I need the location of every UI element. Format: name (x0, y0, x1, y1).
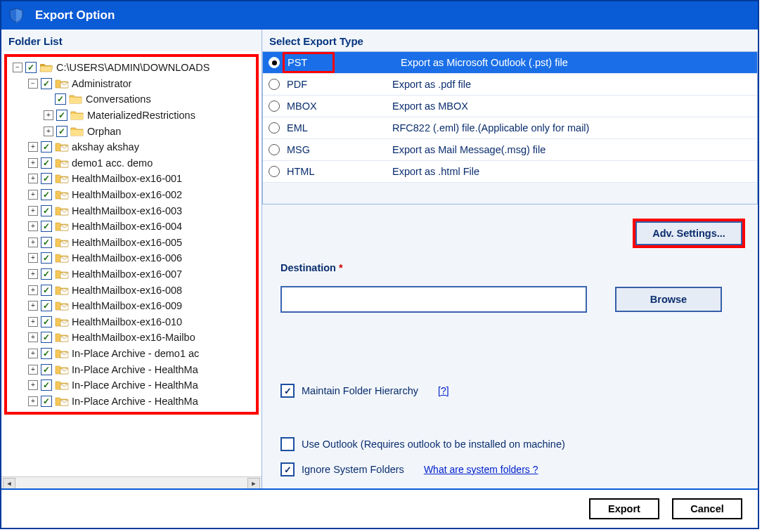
tree-item[interactable]: +akshay akshay (8, 139, 254, 155)
export-type-radio[interactable] (269, 166, 280, 177)
adv-settings-button[interactable]: Adv. Settings... (635, 221, 742, 245)
tree-item-checkbox[interactable] (25, 62, 37, 73)
expand-icon[interactable]: + (28, 142, 38, 152)
tree-item[interactable]: −Administrator (8, 76, 254, 92)
tree-item-checkbox[interactable] (56, 126, 67, 137)
tree-item-checkbox[interactable] (56, 110, 67, 121)
tree-item-checkbox[interactable] (41, 141, 52, 153)
export-type-row-eml[interactable]: EMLRFC822 (.eml) file.(Applicable only f… (263, 117, 757, 139)
tree-item-checkbox[interactable] (41, 205, 52, 216)
required-asterisk: * (339, 262, 343, 273)
tree-item[interactable]: +HealthMailbox-ex16-005 (8, 235, 254, 251)
tree-item[interactable]: +MaterializedRestrictions (8, 108, 254, 124)
tree-item-checkbox[interactable] (41, 268, 52, 280)
export-options-body: Adv. Settings... Destination * Browse Ma… (262, 205, 758, 480)
maintain-hierarchy-checkbox[interactable] (280, 384, 295, 398)
tree-item-checkbox[interactable] (41, 157, 52, 169)
ignore-system-checkbox[interactable] (280, 462, 295, 476)
expand-icon[interactable]: + (28, 174, 38, 183)
expand-icon[interactable]: + (28, 206, 38, 216)
expand-icon[interactable]: + (28, 396, 38, 406)
tree-item[interactable]: +In-Place Archive - HealthMa (8, 361, 254, 377)
browse-button[interactable]: Browse (615, 287, 722, 312)
export-type-row-pdf[interactable]: PDFExport as .pdf file (263, 74, 757, 96)
expand-icon[interactable]: + (28, 301, 38, 311)
tree-item[interactable]: Conversations (8, 91, 254, 108)
export-type-row-pst[interactable]: PSTExport as Microsoft Outlook (.pst) fi… (263, 52, 757, 74)
tree-item[interactable]: +HealthMailbox-ex16-009 (8, 298, 254, 314)
expand-icon[interactable]: + (44, 126, 53, 136)
tree-item[interactable]: +HealthMailbox-ex16-010 (8, 314, 254, 330)
expand-icon[interactable]: + (28, 349, 38, 358)
export-type-radio[interactable] (269, 79, 280, 90)
dialog-title: Export Option (35, 8, 115, 22)
export-type-row-mbox[interactable]: MBOXExport as MBOX (263, 96, 757, 117)
scroll-right-icon[interactable]: ► (247, 478, 260, 489)
tree-item-checkbox[interactable] (41, 364, 52, 375)
expand-icon[interactable]: + (28, 285, 38, 295)
tree-item-checkbox[interactable] (41, 252, 52, 264)
mailbox-icon (55, 379, 69, 391)
expand-icon[interactable]: + (28, 221, 38, 231)
expand-icon[interactable]: + (28, 158, 38, 168)
tree-item-checkbox[interactable] (41, 237, 52, 248)
tree-item-label: HealthMailbox-ex16-006 (72, 252, 182, 264)
tree-item-checkbox[interactable] (41, 332, 52, 343)
tree-item[interactable]: +HealthMailbox-ex16-001 (8, 171, 254, 187)
tree-item[interactable]: +HealthMailbox-ex16-007 (8, 266, 254, 283)
export-type-row-msg[interactable]: MSGExport as Mail Message(.msg) file (263, 139, 757, 161)
folder-tree-scroll[interactable]: −C:\USERS\ADMIN\DOWNLOADS−AdministratorC… (1, 51, 261, 476)
tree-item-checkbox[interactable] (41, 78, 52, 89)
expand-icon[interactable]: + (28, 190, 38, 200)
tree-item[interactable]: +HealthMailbox-ex16-006 (8, 250, 254, 266)
expand-icon[interactable]: + (28, 317, 38, 327)
tree-item[interactable]: −C:\USERS\ADMIN\DOWNLOADS (8, 60, 254, 76)
expand-icon[interactable]: + (28, 380, 38, 390)
export-type-radio[interactable] (269, 57, 280, 68)
expand-icon[interactable]: + (28, 269, 38, 279)
tree-item[interactable]: +In-Place Archive - HealthMa (8, 377, 254, 394)
export-type-radio[interactable] (269, 144, 280, 155)
tree-item-checkbox[interactable] (41, 348, 52, 359)
system-folders-help-link[interactable]: What are system folders ? (424, 464, 538, 475)
tree-item-label: In-Place Archive - HealthMa (72, 364, 198, 375)
collapse-icon[interactable]: − (28, 79, 38, 89)
collapse-icon[interactable]: − (13, 63, 22, 72)
tree-item-checkbox[interactable] (41, 285, 52, 296)
cancel-button[interactable]: Cancel (672, 498, 742, 519)
tree-item[interactable]: +HealthMailbox-ex16-Mailbo (8, 330, 254, 346)
expand-icon[interactable]: + (44, 110, 53, 120)
tree-item[interactable]: +HealthMailbox-ex16-008 (8, 282, 254, 298)
export-button[interactable]: Export (589, 498, 659, 519)
tree-item[interactable]: +HealthMailbox-ex16-004 (8, 219, 254, 235)
expand-icon[interactable]: + (28, 253, 38, 263)
tree-item[interactable]: +HealthMailbox-ex16-003 (8, 202, 254, 219)
tree-item[interactable]: +In-Place Archive - demo1 ac (8, 346, 254, 362)
export-type-radio[interactable] (269, 100, 280, 112)
mailbox-icon (55, 396, 69, 407)
destination-input[interactable] (280, 286, 587, 313)
tree-item-checkbox[interactable] (41, 189, 52, 200)
expand-icon[interactable]: + (28, 365, 38, 375)
use-outlook-checkbox[interactable] (280, 437, 295, 451)
maintain-hierarchy-help-link[interactable]: [?] (438, 385, 449, 396)
tree-item-label: Orphan (87, 126, 121, 137)
export-type-row-html[interactable]: HTMLExport as .html File (263, 161, 757, 183)
tree-item[interactable]: +demo1 acc. demo (8, 155, 254, 171)
tree-item[interactable]: +HealthMailbox-ex16-002 (8, 187, 254, 203)
tree-item-checkbox[interactable] (55, 93, 66, 105)
mailbox-icon (55, 252, 69, 264)
tree-item[interactable]: +Orphan (8, 123, 254, 139)
tree-item-checkbox[interactable] (41, 300, 52, 311)
tree-item-checkbox[interactable] (41, 221, 52, 232)
tree-item-checkbox[interactable] (41, 316, 52, 327)
scroll-left-icon[interactable]: ◄ (3, 478, 15, 489)
tree-item-checkbox[interactable] (41, 396, 52, 407)
tree-item-checkbox[interactable] (41, 173, 52, 184)
expand-icon[interactable]: + (28, 332, 38, 342)
tree-item[interactable]: +In-Place Archive - HealthMa (8, 393, 254, 409)
export-type-radio[interactable] (269, 122, 280, 134)
tree-item-checkbox[interactable] (41, 379, 52, 391)
expand-icon[interactable]: + (28, 238, 38, 247)
tree-connector (44, 95, 52, 103)
